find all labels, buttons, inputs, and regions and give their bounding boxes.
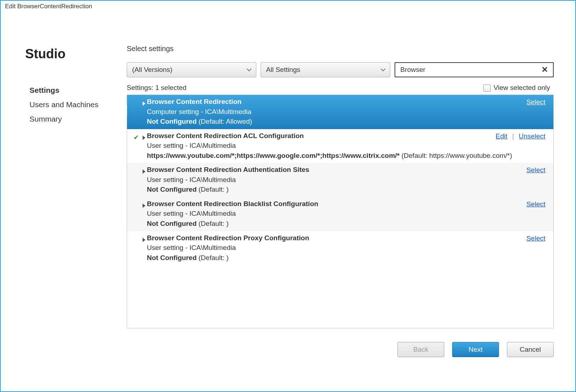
setting-status: Not Configured (Default: ) <box>147 184 545 195</box>
scope-dropdown-value: All Settings <box>266 66 300 74</box>
setting-subtitle: User setting - ICA\Multimedia <box>147 175 545 185</box>
chevron-down-icon <box>381 66 386 74</box>
expand-icon[interactable] <box>142 201 146 211</box>
setting-subtitle: User setting - ICA\Multimedia <box>147 209 545 219</box>
setting-row[interactable]: Select Browser Content Redirection Compu… <box>127 95 553 129</box>
select-link[interactable]: Select <box>526 234 545 242</box>
settings-count-value: 1 selected <box>155 84 186 91</box>
expand-icon[interactable] <box>142 133 146 143</box>
setting-row[interactable]: Select Browser Content Redirection Proxy… <box>127 231 553 265</box>
setting-title: Browser Content Redirection Authenticati… <box>147 165 545 175</box>
section-title: Select settings <box>127 45 554 53</box>
sidebar-item-settings[interactable]: Settings <box>30 83 127 97</box>
sidebar: Studio Settings Users and Machines Summa… <box>19 45 127 377</box>
setting-status: Not Configured (Default: ) <box>147 219 545 229</box>
checkbox-icon <box>483 85 491 92</box>
version-dropdown-value: (All Versions) <box>132 66 172 74</box>
setting-status: Not Configured (Default: Allowed) <box>147 117 545 127</box>
brand-title: Studio <box>25 46 127 61</box>
setting-title: Browser Content Redirection Blacklist Co… <box>147 199 545 209</box>
next-button[interactable]: Next <box>452 342 499 357</box>
select-link[interactable]: Select <box>526 166 545 174</box>
setting-title: Browser Content Redirection Proxy Config… <box>147 233 545 243</box>
setting-row[interactable]: Select Browser Content Redirection Black… <box>127 197 553 231</box>
clear-search-icon[interactable]: ✕ <box>540 65 549 74</box>
view-selected-only-label: View selected only <box>494 84 550 91</box>
back-button[interactable]: Back <box>397 342 444 357</box>
workspace: Studio Settings Users and Machines Summa… <box>1 12 575 391</box>
checkmark-icon: ✔ <box>134 133 139 142</box>
setting-status: Not Configured (Default: ) <box>147 253 545 263</box>
select-link[interactable]: Select <box>526 98 545 106</box>
setting-subtitle: User setting - ICA\Multimedia <box>147 141 545 151</box>
search-box[interactable]: ✕ <box>395 62 554 77</box>
expand-icon[interactable] <box>142 99 146 109</box>
filter-bar: (All Versions) All Settings ✕ <box>127 62 554 77</box>
version-dropdown[interactable]: (All Versions) <box>127 62 256 77</box>
setting-row[interactable]: ✔ Edit | Unselect Browser Content Redire… <box>127 129 553 163</box>
setting-row[interactable]: Select Browser Content Redirection Authe… <box>127 163 553 197</box>
wizard-footer: Back Next Cancel <box>127 342 554 357</box>
sidebar-item-summary[interactable]: Summary <box>30 112 127 126</box>
setting-title: Browser Content Redirection <box>147 97 545 107</box>
action-divider: | <box>512 132 514 140</box>
setting-title: Browser Content Redirection ACL Configur… <box>147 131 545 141</box>
settings-count-row: Settings: 1 selected View selected only <box>127 84 554 92</box>
sidebar-nav: Settings Users and Machines Summary <box>30 83 127 126</box>
sidebar-item-users-and-machines[interactable]: Users and Machines <box>30 97 127 112</box>
edit-link[interactable]: Edit <box>496 132 508 140</box>
setting-status: https://www.youtube.com/*;https://www.go… <box>147 151 545 161</box>
expand-icon[interactable] <box>142 167 146 177</box>
unselect-link[interactable]: Unselect <box>519 132 545 140</box>
view-selected-only-toggle[interactable]: View selected only <box>483 84 550 92</box>
main-panel: Select settings (All Versions) All Setti… <box>127 45 554 377</box>
cancel-button[interactable]: Cancel <box>507 342 554 357</box>
setting-subtitle: User setting - ICA\Multimedia <box>147 243 545 253</box>
settings-count-label: Settings: <box>127 84 153 91</box>
expand-icon[interactable] <box>142 235 146 245</box>
chevron-down-icon <box>247 66 252 74</box>
search-input[interactable] <box>400 66 540 74</box>
scope-dropdown[interactable]: All Settings <box>261 62 390 77</box>
window-title: Edit BrowserContentRedirection <box>1 0 575 12</box>
settings-list: Select Browser Content Redirection Compu… <box>127 95 554 328</box>
setting-subtitle: Computer setting - ICA\Multimedia <box>147 107 545 117</box>
select-link[interactable]: Select <box>526 200 545 208</box>
